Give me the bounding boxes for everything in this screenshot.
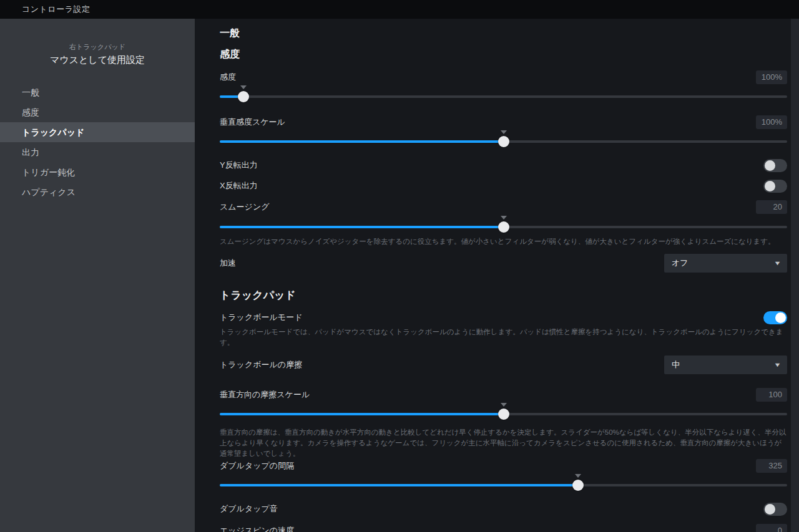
slider-track: [220, 95, 787, 98]
edge-spin-speed-value[interactable]: 0: [756, 524, 787, 532]
setting-row-edge-spin-speed: エッジスピンの速度 0: [220, 524, 787, 532]
setting-row-vertical-friction: 垂直方向の摩擦スケール 100: [220, 388, 787, 402]
slider-fill: [220, 140, 504, 143]
sensitivity-value[interactable]: 100%: [756, 70, 787, 84]
vertical-sens-value[interactable]: 100%: [756, 115, 787, 129]
sidebar-item-output[interactable]: 出力: [0, 142, 195, 162]
vertical-friction-slider[interactable]: [220, 408, 787, 420]
settings-panel: 一般 感度 感度 100% 垂直感度スケール 100% Y反転出力 X反転出力: [195, 19, 799, 532]
invert-y-toggle[interactable]: [763, 159, 787, 172]
mode-title: マウスとして使用設定: [0, 54, 195, 66]
vertical-friction-label: 垂直方向の摩擦スケール: [220, 389, 310, 400]
slider-notch-icon: [240, 85, 247, 89]
setting-row-smoothing: スムージング 20: [220, 200, 787, 214]
setting-row-acceleration: 加速 オフ ▼: [220, 254, 787, 273]
dropdown-selected-value: 中: [672, 359, 680, 370]
toggle-knob: [765, 504, 775, 515]
slider-thumb[interactable]: [498, 409, 509, 420]
sidebar-item-sensitivity[interactable]: 感度: [0, 102, 195, 122]
slider-thumb[interactable]: [498, 221, 509, 233]
setting-row-trackball-mode: トラックボールモード: [220, 311, 787, 324]
sensitivity-label: 感度: [220, 72, 236, 83]
slider-fill: [220, 226, 504, 228]
setting-row-double-tap-sound: ダブルタップ音: [220, 502, 787, 516]
vertical-sens-slider[interactable]: [220, 135, 787, 148]
sidebar-header: 右トラックパッド マウスとして使用設定: [0, 19, 195, 66]
vertical-friction-value[interactable]: 100: [756, 388, 787, 402]
slider-fill: [220, 484, 578, 486]
edge-spin-speed-label: エッジスピンの速度: [220, 525, 294, 532]
vertical-sens-label: 垂直感度スケール: [220, 117, 285, 128]
sidebar-nav: 一般 感度 トラックパッド 出力 トリガー鈍化 ハプティクス: [0, 82, 195, 202]
smoothing-description: スムージングはマウスからノイズやジッターを除去するのに役立ちます。値が小さいとフ…: [220, 236, 787, 247]
sidebar-item-haptics[interactable]: ハプティクス: [0, 182, 195, 202]
slider-notch-icon: [501, 403, 507, 407]
trackball-mode-label: トラックボールモード: [220, 312, 302, 323]
toggle-knob: [765, 181, 775, 191]
invert-x-toggle[interactable]: [763, 180, 787, 193]
slider-fill: [220, 413, 504, 415]
window-title: コントローラ設定: [22, 4, 91, 15]
invert-y-label: Y反転出力: [220, 160, 258, 171]
slider-notch-icon: [501, 130, 507, 134]
trackball-friction-label: トラックボールの摩擦: [220, 359, 302, 370]
double-tap-sound-toggle[interactable]: [763, 503, 787, 516]
titlebar: コントローラ設定: [0, 0, 799, 19]
device-name: 右トラックパッド: [0, 42, 195, 52]
vertical-friction-description: 垂直方向の摩擦は、垂直方向の動きが水平方向の動きと比較してどれだけ早く停止するか…: [220, 427, 787, 459]
smoothing-value[interactable]: 20: [756, 200, 787, 214]
section-heading-trackpad: トラックパッド: [220, 288, 787, 303]
setting-row-sensitivity: 感度 100%: [220, 70, 787, 84]
acceleration-dropdown[interactable]: オフ ▼: [664, 254, 787, 273]
smoothing-slider[interactable]: [220, 221, 787, 233]
section-heading-general: 一般: [220, 26, 787, 40]
setting-row-invert-x: X反転出力: [220, 179, 787, 193]
sensitivity-slider[interactable]: [220, 90, 787, 103]
slider-thumb[interactable]: [238, 91, 249, 102]
sidebar-item-trigger-dampening[interactable]: トリガー鈍化: [0, 162, 195, 182]
dropdown-arrow-icon: ▼: [773, 362, 781, 368]
slider-notch-icon: [575, 474, 581, 478]
setting-row-trackball-friction: トラックボールの摩擦 中 ▼: [220, 355, 787, 374]
dropdown-arrow-icon: ▼: [773, 260, 781, 266]
invert-x-label: X反転出力: [220, 180, 258, 191]
double-tap-interval-value[interactable]: 325: [756, 459, 787, 473]
trackball-mode-toggle[interactable]: [763, 311, 787, 324]
slider-notch-icon: [501, 216, 507, 220]
setting-row-vertical-sens: 垂直感度スケール 100%: [220, 115, 787, 129]
setting-row-double-tap-interval: ダブルタップの間隔 325: [220, 459, 787, 473]
trackball-mode-description: トラックボールモードでは、パッドがマウスではなくトラックボールのように動作します…: [220, 327, 787, 348]
scrollbar[interactable]: [791, 19, 799, 532]
section-heading-sensitivity: 感度: [220, 47, 787, 61]
toggle-knob: [775, 312, 786, 323]
double-tap-interval-slider[interactable]: [220, 479, 787, 491]
slider-thumb[interactable]: [572, 480, 584, 491]
acceleration-label: 加速: [220, 258, 236, 269]
slider-thumb[interactable]: [498, 136, 509, 147]
sidebar-item-trackpad[interactable]: トラックパッド: [0, 122, 195, 142]
double-tap-interval-label: ダブルタップの間隔: [220, 460, 294, 472]
setting-row-invert-y: Y反転出力: [220, 158, 787, 172]
toggle-knob: [765, 160, 775, 171]
smoothing-label: スムージング: [220, 201, 270, 213]
sidebar-item-general[interactable]: 一般: [0, 82, 195, 102]
sidebar: 右トラックパッド マウスとして使用設定 一般 感度 トラックパッド 出力 トリガ…: [0, 19, 195, 532]
dropdown-selected-value: オフ: [672, 258, 689, 269]
trackball-friction-dropdown[interactable]: 中 ▼: [664, 355, 787, 374]
double-tap-sound-label: ダブルタップ音: [220, 503, 278, 515]
